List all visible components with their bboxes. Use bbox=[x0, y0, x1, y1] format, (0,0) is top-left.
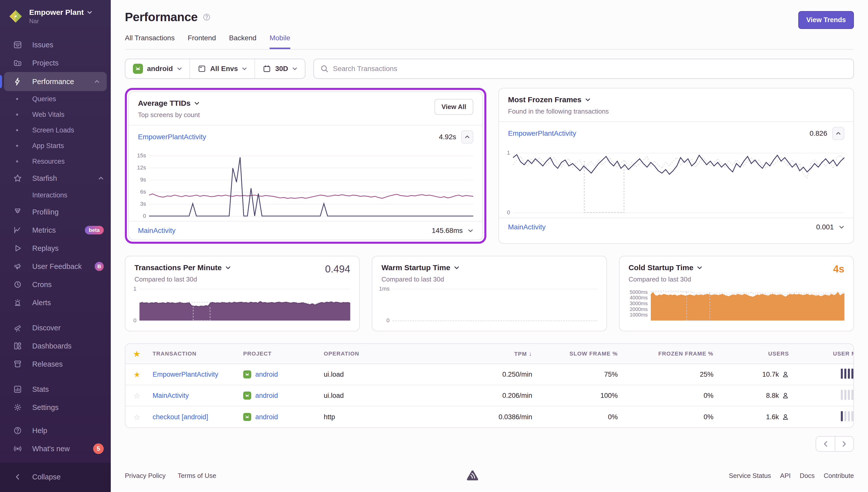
sidebar-item-web-vitals[interactable]: Web Vitals bbox=[0, 107, 111, 122]
dashboards-icon bbox=[13, 341, 22, 350]
previous-page-button[interactable] bbox=[816, 436, 835, 452]
sidebar-item-stats[interactable]: Stats bbox=[0, 380, 111, 398]
col-operation: OPERATION bbox=[320, 350, 420, 357]
transaction-link[interactable]: EmpowerPlantActivity bbox=[138, 133, 206, 141]
favorite-star-toggle[interactable]: ☆ bbox=[125, 391, 149, 400]
transaction-link[interactable]: checkout [android] bbox=[153, 413, 208, 421]
sidebar-item-crons[interactable]: Crons bbox=[0, 275, 111, 294]
collapse-accordion-button[interactable] bbox=[461, 130, 473, 144]
cold-startup-title[interactable]: Cold Startup Time bbox=[629, 263, 703, 272]
siren-icon bbox=[13, 298, 22, 307]
most-frozen-frames-subtitle: Found in the following transactions bbox=[508, 107, 609, 115]
collapse-accordion-button[interactable] bbox=[832, 127, 844, 140]
sidebar-item-user-feedback[interactable]: User Feedback B bbox=[0, 257, 111, 275]
sidebar-item-performance[interactable]: Performance bbox=[4, 72, 107, 91]
privacy-policy-link[interactable]: Privacy Policy bbox=[125, 472, 165, 479]
issues-icon bbox=[13, 40, 22, 49]
sidebar-item-help[interactable]: Help bbox=[0, 421, 111, 440]
org-switcher[interactable]: Empower Plant Nar bbox=[0, 0, 111, 32]
col-users: USERS bbox=[717, 350, 793, 357]
date-range-filter[interactable]: 30D bbox=[255, 59, 305, 78]
clock-icon bbox=[13, 280, 22, 289]
sidebar-item-replays[interactable]: Replays bbox=[0, 239, 111, 257]
transaction-link[interactable]: EmpowerPlantActivity bbox=[153, 371, 218, 378]
project-link[interactable]: android bbox=[255, 371, 278, 378]
most-frozen-frames-title[interactable]: Most Frozen Frames bbox=[508, 95, 609, 104]
user-misery-bars bbox=[841, 411, 854, 421]
tab-backend[interactable]: Backend bbox=[229, 34, 257, 49]
warm-startup-title[interactable]: Warm Startup Time bbox=[381, 263, 459, 272]
project-link[interactable]: android bbox=[255, 392, 278, 400]
sidebar-item-profiling[interactable]: Profiling bbox=[0, 203, 111, 221]
col-project: PROJECT bbox=[239, 350, 320, 357]
sidebar-item-dashboards[interactable]: Dashboards bbox=[0, 337, 111, 355]
frozen-frames-chart: 10 bbox=[499, 145, 853, 218]
docs-link[interactable]: Docs bbox=[800, 472, 815, 479]
chevron-down-icon bbox=[454, 266, 459, 270]
contribute-link[interactable]: Contribute bbox=[824, 472, 854, 479]
user-icon bbox=[782, 371, 789, 378]
sidebar-item-whats-new[interactable]: What's new 5 bbox=[0, 440, 111, 458]
project-link[interactable]: android bbox=[255, 413, 278, 421]
calendar-icon bbox=[262, 65, 271, 73]
next-page-button[interactable] bbox=[835, 436, 854, 452]
tab-mobile[interactable]: Mobile bbox=[270, 34, 290, 49]
tab-frontend[interactable]: Frontend bbox=[188, 34, 216, 49]
sidebar-item-resources[interactable]: Resources bbox=[0, 154, 111, 169]
sidebar-item-starfish[interactable]: Starfish bbox=[0, 169, 111, 187]
sidebar-item-releases[interactable]: Releases bbox=[0, 355, 111, 373]
user-icon bbox=[782, 392, 789, 399]
api-link[interactable]: API bbox=[780, 472, 791, 479]
help-icon bbox=[13, 426, 22, 435]
sidebar-item-discover[interactable]: Discover bbox=[0, 319, 111, 337]
transaction-link[interactable]: MainActivity bbox=[138, 227, 176, 235]
transaction-link[interactable]: MainActivity bbox=[153, 392, 189, 399]
sidebar-item-alerts[interactable]: Alerts bbox=[0, 294, 111, 312]
transaction-link[interactable]: MainActivity bbox=[508, 223, 545, 231]
sidebar-item-issues[interactable]: Issues bbox=[0, 36, 111, 54]
sidebar-collapse-button[interactable]: Collapse bbox=[0, 469, 111, 485]
average-ttids-title[interactable]: Average TTIDs bbox=[138, 99, 200, 107]
user-misery-bars bbox=[841, 369, 854, 379]
help-circle-icon[interactable] bbox=[203, 13, 211, 21]
expand-accordion-button[interactable] bbox=[468, 229, 473, 233]
chevron-down-icon bbox=[87, 10, 93, 14]
chevron-up-icon bbox=[98, 176, 104, 180]
col-user-misery: USER MISERY bbox=[793, 350, 854, 357]
tab-all-transactions[interactable]: All Transactions bbox=[125, 34, 175, 49]
tpm-title[interactable]: Transactions Per Minute bbox=[134, 263, 231, 272]
service-status-link[interactable]: Service Status bbox=[729, 472, 771, 479]
sidebar: Empower Plant Nar Issues Projects Perfor… bbox=[0, 0, 111, 492]
col-tpm-sort[interactable]: TPM ↓ bbox=[420, 350, 536, 357]
sidebar-item-settings[interactable]: Settings bbox=[0, 398, 111, 416]
col-frozen-frame: FROZEN FRAME % bbox=[622, 350, 717, 357]
ttid-chart: 15s12s9s6s3s0 bbox=[129, 149, 482, 221]
archive-icon bbox=[13, 360, 22, 369]
sidebar-item-interactions[interactable]: Interactions bbox=[0, 187, 111, 203]
play-icon bbox=[13, 244, 22, 253]
search-input[interactable] bbox=[333, 65, 847, 73]
gear-icon bbox=[13, 403, 22, 412]
col-transaction: TRANSACTION bbox=[149, 350, 239, 357]
sidebar-item-app-starts[interactable]: App Starts bbox=[0, 138, 111, 154]
android-project-icon bbox=[243, 392, 251, 400]
org-logo bbox=[8, 9, 23, 24]
chevron-up-icon bbox=[94, 79, 100, 83]
chevron-down-icon bbox=[194, 101, 200, 105]
environment-filter[interactable]: All Envs bbox=[189, 59, 255, 78]
sidebar-item-queries[interactable]: Queries bbox=[0, 91, 111, 107]
sidebar-item-metrics[interactable]: Metrics beta bbox=[0, 221, 111, 239]
expand-accordion-button[interactable] bbox=[839, 225, 844, 229]
projects-icon bbox=[13, 58, 22, 68]
favorite-star-toggle[interactable]: ☆ bbox=[125, 413, 149, 421]
active-indicator bbox=[0, 75, 2, 88]
sidebar-item-projects[interactable]: Projects bbox=[0, 54, 111, 72]
view-trends-button[interactable]: View Trends bbox=[798, 11, 854, 29]
view-all-button[interactable]: View All bbox=[434, 99, 473, 115]
transaction-link[interactable]: EmpowerPlantActivity bbox=[508, 129, 576, 138]
metrics-icon bbox=[13, 226, 22, 235]
favorite-star-toggle[interactable]: ★ bbox=[125, 370, 149, 379]
project-filter[interactable]: android bbox=[125, 59, 189, 78]
terms-of-use-link[interactable]: Terms of Use bbox=[178, 472, 216, 479]
sidebar-item-screen-loads[interactable]: Screen Loads bbox=[0, 122, 111, 138]
